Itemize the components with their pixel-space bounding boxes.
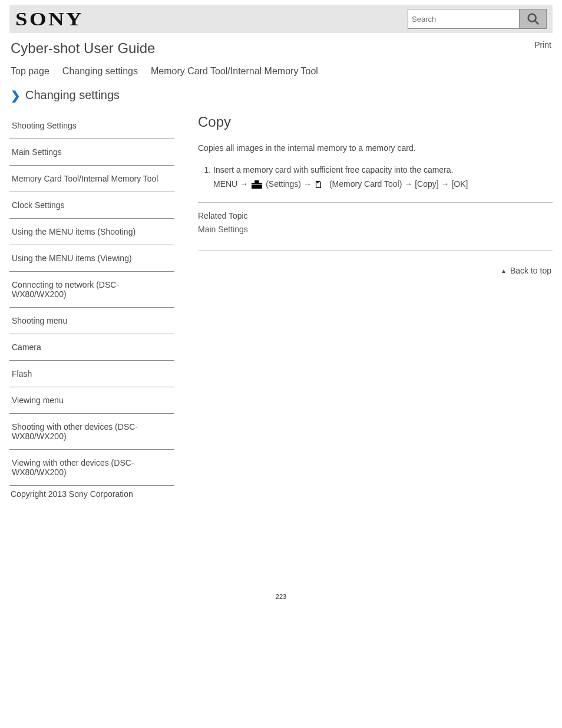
step-text-2: (Settings) →: [266, 177, 312, 192]
sidebar-item[interactable]: Shooting Settings: [9, 113, 174, 139]
user-guide-title: Cyber-shot User Guide: [11, 40, 155, 57]
print-link[interactable]: Print: [534, 40, 551, 50]
sidebar-item[interactable]: Using the MENU items (Viewing): [9, 245, 174, 272]
svg-line-1: [534, 21, 538, 24]
sidebar: Shooting Settings Main Settings Memory C…: [9, 113, 174, 486]
sidebar-item[interactable]: Clock Settings: [9, 192, 174, 219]
sidebar-item[interactable]: Memory Card Tool/Internal Memory Tool: [9, 166, 174, 192]
topnav-link-2[interactable]: Memory Card Tool/Internal Memory Tool: [151, 66, 318, 77]
page-title: Copy: [198, 114, 553, 130]
search-icon: [527, 12, 540, 25]
up-triangle-icon: ▲: [501, 268, 507, 274]
sidebar-item[interactable]: Main Settings: [9, 139, 174, 166]
sidebar-item[interactable]: Connecting to network (DSC-WX80/WX200): [9, 272, 174, 308]
breadcrumb-category: Changing settings: [25, 88, 120, 102]
svg-rect-3: [254, 180, 259, 183]
toolbox-icon: [252, 180, 262, 189]
memory-card-tool-icon: [315, 180, 326, 189]
svg-point-0: [528, 14, 535, 22]
svg-rect-2: [252, 183, 262, 189]
sidebar-item[interactable]: Shooting with other devices (DSC-WX80/WX…: [9, 414, 174, 450]
sidebar-item[interactable]: Using the MENU items (Shooting): [9, 219, 174, 245]
sidebar-item[interactable]: Flash: [9, 361, 174, 387]
related-topic-heading: Related Topic: [198, 211, 553, 220]
top-nav: Top page Changing settings Memory Card T…: [9, 57, 553, 80]
search-input[interactable]: [408, 9, 520, 29]
chevron-right-icon: ❯: [11, 90, 21, 101]
breadcrumb-row: ❯ Changing settings: [9, 80, 553, 113]
step-text-3: (Memory Card Tool) → [Copy] → [OK]: [329, 177, 468, 192]
svg-rect-4: [252, 185, 262, 185]
step-text-1: MENU →: [213, 177, 248, 192]
brand-logo: SONY: [15, 8, 84, 30]
topnav-link-1[interactable]: Changing settings: [62, 66, 138, 77]
back-to-top-label: Back to top: [510, 266, 551, 275]
search-button[interactable]: [520, 9, 547, 29]
sidebar-item[interactable]: Viewing menu: [9, 387, 174, 414]
step-text-prefix: Insert a memory card with sufficient fre…: [213, 163, 453, 177]
back-to-top-link[interactable]: ▲ Back to top: [501, 266, 551, 275]
page-number: 223: [9, 522, 553, 612]
header-bar: SONY: [9, 5, 553, 33]
search-wrap: [408, 9, 547, 29]
topnav-link-0[interactable]: Top page: [11, 66, 49, 77]
divider: [198, 202, 553, 203]
sidebar-item[interactable]: Camera: [9, 334, 174, 361]
copyright-text: Copyright 2013 Sony Corporation: [11, 489, 551, 499]
main-content: Copy Copies all images in the internal m…: [198, 113, 553, 281]
sidebar-item[interactable]: Viewing with other devices (DSC-WX80/WX2…: [9, 450, 174, 486]
footer: Copyright 2013 Sony Corporation: [9, 486, 553, 522]
list-item: Insert a memory card with sufficient fre…: [213, 163, 553, 192]
intro-paragraph: Copies all images in the internal memory…: [198, 143, 553, 153]
sidebar-item[interactable]: Shooting menu: [9, 308, 174, 334]
step-list: Insert a memory card with sufficient fre…: [198, 163, 553, 192]
divider: [198, 251, 553, 251]
related-topic-link[interactable]: Main Settings: [198, 225, 248, 234]
